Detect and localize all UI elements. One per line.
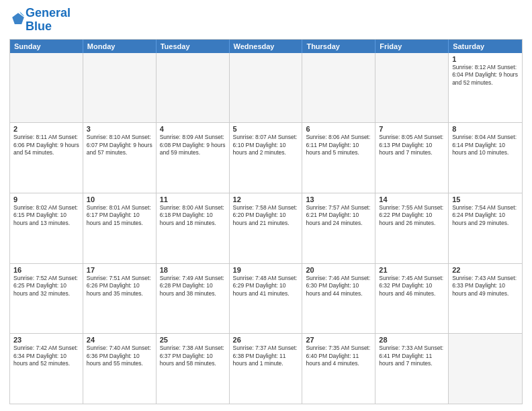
header: General Blue <box>9 7 523 34</box>
day-info: Sunrise: 7:38 AM Sunset: 6:37 PM Dayligh… <box>160 345 226 367</box>
day-number: 16 <box>13 266 79 274</box>
day-info: Sunrise: 7:46 AM Sunset: 6:30 PM Dayligh… <box>306 275 371 298</box>
day-header-thursday: Thursday <box>302 40 375 53</box>
calendar-cell: 26Sunrise: 7:37 AM Sunset: 6:38 PM Dayli… <box>230 334 303 404</box>
calendar-cell: 22Sunrise: 7:43 AM Sunset: 6:33 PM Dayli… <box>449 264 522 334</box>
day-info: Sunrise: 7:51 AM Sunset: 6:26 PM Dayligh… <box>87 275 152 298</box>
day-info: Sunrise: 7:58 AM Sunset: 6:20 PM Dayligh… <box>233 204 299 227</box>
day-number: 23 <box>13 336 79 344</box>
day-info: Sunrise: 7:35 AM Sunset: 6:40 PM Dayligh… <box>306 345 371 367</box>
calendar: SundayMondayTuesdayWednesdayThursdayFrid… <box>9 39 523 404</box>
day-number: 18 <box>160 266 226 274</box>
calendar-cell: 21Sunrise: 7:45 AM Sunset: 6:32 PM Dayli… <box>375 264 449 334</box>
day-info: Sunrise: 7:55 AM Sunset: 6:22 PM Dayligh… <box>379 204 445 227</box>
day-info: Sunrise: 8:09 AM Sunset: 6:08 PM Dayligh… <box>160 134 226 156</box>
day-number: 22 <box>452 266 519 274</box>
day-info: Sunrise: 8:00 AM Sunset: 6:18 PM Dayligh… <box>160 204 226 227</box>
calendar-cell <box>157 53 230 123</box>
day-number: 28 <box>379 336 445 344</box>
day-number: 21 <box>379 266 445 274</box>
calendar-cell: 17Sunrise: 7:51 AM Sunset: 6:26 PM Dayli… <box>83 264 157 334</box>
calendar-cell: 2Sunrise: 8:11 AM Sunset: 6:06 PM Daylig… <box>10 123 83 193</box>
calendar-cell: 24Sunrise: 7:40 AM Sunset: 6:36 PM Dayli… <box>83 334 157 404</box>
calendar-cell: 7Sunrise: 8:05 AM Sunset: 6:13 PM Daylig… <box>375 123 449 193</box>
calendar-cell <box>230 53 303 123</box>
calendar-cell: 20Sunrise: 7:46 AM Sunset: 6:30 PM Dayli… <box>302 264 375 334</box>
calendar-cell: 4Sunrise: 8:09 AM Sunset: 6:08 PM Daylig… <box>157 123 230 193</box>
day-header-wednesday: Wednesday <box>230 40 303 53</box>
calendar-week-3: 9Sunrise: 8:02 AM Sunset: 6:15 PM Daylig… <box>10 193 522 264</box>
day-info: Sunrise: 8:01 AM Sunset: 6:17 PM Dayligh… <box>87 204 152 227</box>
day-number: 9 <box>13 195 79 203</box>
logo-icon <box>11 11 26 26</box>
day-info: Sunrise: 8:06 AM Sunset: 6:11 PM Dayligh… <box>306 134 371 156</box>
day-header-sunday: Sunday <box>10 40 83 53</box>
calendar-cell: 28Sunrise: 7:33 AM Sunset: 6:41 PM Dayli… <box>375 334 449 404</box>
day-number: 17 <box>87 266 152 274</box>
day-info: Sunrise: 7:43 AM Sunset: 6:33 PM Dayligh… <box>452 275 519 298</box>
calendar-week-2: 2Sunrise: 8:11 AM Sunset: 6:06 PM Daylig… <box>10 123 522 193</box>
calendar-cell: 19Sunrise: 7:48 AM Sunset: 6:29 PM Dayli… <box>230 264 303 334</box>
calendar-cell: 25Sunrise: 7:38 AM Sunset: 6:37 PM Dayli… <box>157 334 230 404</box>
day-number: 19 <box>233 266 299 274</box>
day-number: 26 <box>233 336 299 344</box>
day-header-monday: Monday <box>83 40 157 53</box>
day-info: Sunrise: 7:52 AM Sunset: 6:25 PM Dayligh… <box>13 275 79 298</box>
calendar-cell <box>449 334 522 404</box>
calendar-cell <box>83 53 157 123</box>
calendar-week-4: 16Sunrise: 7:52 AM Sunset: 6:25 PM Dayli… <box>10 264 522 334</box>
day-number: 27 <box>306 336 371 344</box>
day-number: 13 <box>306 195 371 203</box>
calendar-header: SundayMondayTuesdayWednesdayThursdayFrid… <box>10 40 522 53</box>
calendar-cell: 9Sunrise: 8:02 AM Sunset: 6:15 PM Daylig… <box>10 193 83 263</box>
day-info: Sunrise: 8:07 AM Sunset: 6:10 PM Dayligh… <box>233 134 299 156</box>
day-number: 24 <box>87 336 152 344</box>
day-info: Sunrise: 7:54 AM Sunset: 6:24 PM Dayligh… <box>452 204 519 227</box>
calendar-cell: 5Sunrise: 8:07 AM Sunset: 6:10 PM Daylig… <box>230 123 303 193</box>
calendar-cell: 6Sunrise: 8:06 AM Sunset: 6:11 PM Daylig… <box>302 123 375 193</box>
day-number: 1 <box>452 55 519 63</box>
day-info: Sunrise: 8:10 AM Sunset: 6:07 PM Dayligh… <box>87 134 152 156</box>
day-info: Sunrise: 7:45 AM Sunset: 6:32 PM Dayligh… <box>379 275 445 298</box>
day-info: Sunrise: 7:37 AM Sunset: 6:38 PM Dayligh… <box>233 345 299 367</box>
calendar-cell: 13Sunrise: 7:57 AM Sunset: 6:21 PM Dayli… <box>302 193 375 263</box>
calendar-cell: 23Sunrise: 7:42 AM Sunset: 6:34 PM Dayli… <box>10 334 83 404</box>
calendar-cell: 18Sunrise: 7:49 AM Sunset: 6:28 PM Dayli… <box>157 264 230 334</box>
calendar-cell: 12Sunrise: 7:58 AM Sunset: 6:20 PM Dayli… <box>230 193 303 263</box>
calendar-body: 1Sunrise: 8:12 AM Sunset: 6:04 PM Daylig… <box>10 53 522 404</box>
day-info: Sunrise: 7:42 AM Sunset: 6:34 PM Dayligh… <box>13 345 79 367</box>
day-number: 6 <box>306 125 371 133</box>
day-header-friday: Friday <box>375 40 449 53</box>
day-info: Sunrise: 8:11 AM Sunset: 6:06 PM Dayligh… <box>13 134 79 156</box>
day-info: Sunrise: 7:57 AM Sunset: 6:21 PM Dayligh… <box>306 204 371 227</box>
day-number: 5 <box>233 125 299 133</box>
calendar-cell: 10Sunrise: 8:01 AM Sunset: 6:17 PM Dayli… <box>83 193 157 263</box>
day-info: Sunrise: 7:40 AM Sunset: 6:36 PM Dayligh… <box>87 345 152 367</box>
day-number: 11 <box>160 195 226 203</box>
calendar-cell: 8Sunrise: 8:04 AM Sunset: 6:14 PM Daylig… <box>449 123 522 193</box>
logo: General Blue <box>9 7 71 34</box>
calendar-cell: 11Sunrise: 8:00 AM Sunset: 6:18 PM Dayli… <box>157 193 230 263</box>
day-info: Sunrise: 8:12 AM Sunset: 6:04 PM Dayligh… <box>452 64 519 87</box>
day-number: 3 <box>87 125 152 133</box>
day-info: Sunrise: 8:02 AM Sunset: 6:15 PM Dayligh… <box>13 204 79 227</box>
calendar-cell: 27Sunrise: 7:35 AM Sunset: 6:40 PM Dayli… <box>302 334 375 404</box>
calendar-cell: 16Sunrise: 7:52 AM Sunset: 6:25 PM Dayli… <box>10 264 83 334</box>
calendar-cell <box>375 53 449 123</box>
day-info: Sunrise: 7:48 AM Sunset: 6:29 PM Dayligh… <box>233 275 299 298</box>
day-number: 25 <box>160 336 226 344</box>
page: General Blue SundayMondayTuesdayWednesda… <box>0 0 532 411</box>
calendar-cell: 3Sunrise: 8:10 AM Sunset: 6:07 PM Daylig… <box>83 123 157 193</box>
day-number: 7 <box>379 125 445 133</box>
day-header-tuesday: Tuesday <box>157 40 230 53</box>
day-number: 14 <box>379 195 445 203</box>
day-info: Sunrise: 8:04 AM Sunset: 6:14 PM Dayligh… <box>452 134 519 156</box>
day-number: 2 <box>13 125 79 133</box>
day-number: 8 <box>452 125 519 133</box>
logo-text: General Blue <box>26 7 71 34</box>
day-number: 12 <box>233 195 299 203</box>
calendar-week-1: 1Sunrise: 8:12 AM Sunset: 6:04 PM Daylig… <box>10 53 522 124</box>
day-number: 15 <box>452 195 519 203</box>
day-info: Sunrise: 7:33 AM Sunset: 6:41 PM Dayligh… <box>379 345 445 367</box>
day-number: 4 <box>160 125 226 133</box>
